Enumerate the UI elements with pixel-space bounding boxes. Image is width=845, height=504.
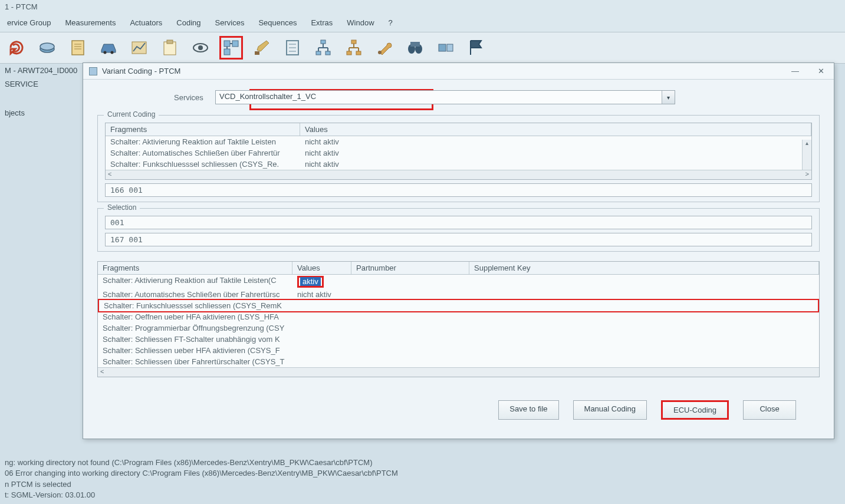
v-scrollbar[interactable]: ▴ [802,140,811,170]
col-fragments[interactable]: Fragments [98,262,292,274]
selection-title: Selection [104,203,140,212]
services-label: Services [174,93,215,102]
col-supplement[interactable]: Supplement Key [469,262,819,274]
current-coding-title: Current Coding [104,110,159,118]
table-row[interactable]: Schalter: Aktivierung Reaktion auf Takti… [106,136,811,147]
col-fragments[interactable]: Fragments [106,123,300,136]
svg-point-7 [111,51,114,54]
svg-rect-14 [232,41,238,47]
svg-rect-23 [321,40,325,44]
svg-rect-41 [439,44,446,51]
selection-group: Selection 001 167 001 [97,208,820,252]
svg-point-1 [40,43,54,50]
svg-rect-18 [255,51,259,55]
svg-point-37 [378,51,382,54]
table-row[interactable]: Schalter: Schliessen über Fahrertürschal… [98,356,819,367]
ecu-coding-button[interactable]: ECU-Coding [661,400,729,420]
current-coding-group: Current Coding Fragments Values Schalter… [97,115,820,202]
svg-rect-31 [347,51,351,55]
table-row[interactable]: Schalter: Funkschluesssel schliessen (CS… [106,159,811,170]
close-button[interactable]: Close [743,400,796,420]
menu-sequences[interactable]: Sequences [256,17,299,28]
code-box-1: 166 001 [105,183,812,197]
dialog-title: Variant Coding - PTCM [102,67,788,75]
current-coding-table: Fragments Values Schalter: Aktivierung R… [105,123,812,180]
document-icon[interactable] [66,36,90,60]
sidebar: M - ARWT204_ID0006 SERVICE bjects [0,59,83,124]
svg-rect-10 [167,40,173,44]
menu-window[interactable]: Window [344,17,376,28]
svg-rect-40 [410,42,420,47]
sel-code-1: 001 [105,216,812,229]
svg-rect-15 [224,49,230,55]
svg-rect-13 [224,41,230,47]
toolbar [0,32,845,64]
close-icon[interactable]: ✕ [814,67,828,75]
manual-coding-button[interactable]: Manual Coding [573,400,647,420]
log-line: t: SGML-Version: 03.01.00 [5,490,840,500]
table-row[interactable]: Schalter: Programmierbar Öffnungsbegrenz… [98,322,819,334]
value-highlight: aktiv [297,276,324,288]
sidebar-line2: SERVICE [5,77,78,91]
menu-extras[interactable]: Extras [308,17,335,28]
menu-actuators[interactable]: Actuators [127,17,165,28]
table-row[interactable]: Schalter: Aktivierung Reaktion auf Takti… [98,275,819,289]
menu-services[interactable]: Services [213,17,247,28]
table-row-highlighted[interactable]: Schalter: Funkschluesssel schliessen (CS… [98,299,819,312]
col-values[interactable]: Values [300,123,811,136]
sidebar-line1: M - ARWT204_ID0006 [5,64,78,77]
table-row[interactable]: Schalter: Schliessen FT-Schalter unabhän… [98,334,819,345]
menu-help[interactable]: ? [386,17,395,28]
log-line: ng: working directory not found (C:\Prog… [5,457,840,468]
svg-point-6 [104,51,107,54]
svg-rect-42 [447,44,453,51]
log-output: ng: working directory not found (C:\Prog… [0,454,845,504]
chevron-down-icon[interactable]: ▾ [662,91,675,104]
tree1-icon[interactable] [311,36,335,60]
svg-rect-32 [356,51,361,55]
brush-icon[interactable] [250,36,274,60]
table-row[interactable]: Schalter: Automatisches Schließen über F… [106,147,811,159]
coding-icon[interactable] [219,36,243,60]
svg-rect-24 [316,51,321,55]
clipboard-icon[interactable] [158,36,182,60]
flag-icon[interactable] [465,36,488,60]
h-scrollbar[interactable]: <> [106,170,811,179]
svg-point-12 [198,45,203,50]
chart-icon[interactable] [127,36,151,60]
ecu-icon[interactable] [35,36,59,60]
menu-service-group[interactable]: ervice Group [5,17,53,28]
tree2-icon[interactable] [342,36,366,60]
dialog-title-bar: Variant Coding - PTCM — ✕ [83,63,834,80]
services-select[interactable]: VCD_Kontrollschalter_1_VC ▾ [215,90,675,104]
col-values[interactable]: Values [292,262,351,274]
svg-rect-25 [325,51,330,55]
car-icon[interactable] [97,36,120,60]
connector-icon[interactable] [434,36,458,60]
log-line: n PTCM is selected [5,479,840,490]
h-scrollbar[interactable]: < [98,367,819,377]
sel-code-2: 167 001 [105,233,812,246]
save-to-file-button[interactable]: Save to file [498,400,558,420]
sidebar-line3: bjects [5,106,78,120]
log-line: 06 Error changing into working directory… [5,468,840,479]
menu-measurements[interactable]: Measurements [63,17,118,28]
dialog-icon [89,67,97,75]
form-icon[interactable] [281,36,304,60]
app-title-bar: 1 - PTCM [0,0,845,14]
svg-rect-30 [351,40,356,44]
table-row[interactable]: Schalter: Oeffnen ueber HFA aktivieren (… [98,311,819,322]
eye-icon[interactable] [189,36,212,60]
col-partnumber[interactable]: Partnumber [351,262,469,274]
table-row[interactable]: Schalter: Schliessen ueber HFA aktiviere… [98,345,819,356]
menu-coding[interactable]: Coding [174,17,203,28]
refresh-icon[interactable] [5,36,28,60]
tools-icon[interactable] [373,36,396,60]
button-row: Save to file Manual Coding ECU-Coding Cl… [97,394,820,429]
binoculars-icon[interactable] [403,36,427,60]
edit-table: Fragments Values Partnumber Supplement K… [97,261,820,377]
variant-coding-dialog: Variant Coding - PTCM — ✕ Services VCD_K… [83,62,834,439]
minimize-icon[interactable]: — [788,67,803,75]
menu-bar: ervice Group Measurements Actuators Codi… [0,14,845,32]
svg-rect-2 [72,41,84,55]
